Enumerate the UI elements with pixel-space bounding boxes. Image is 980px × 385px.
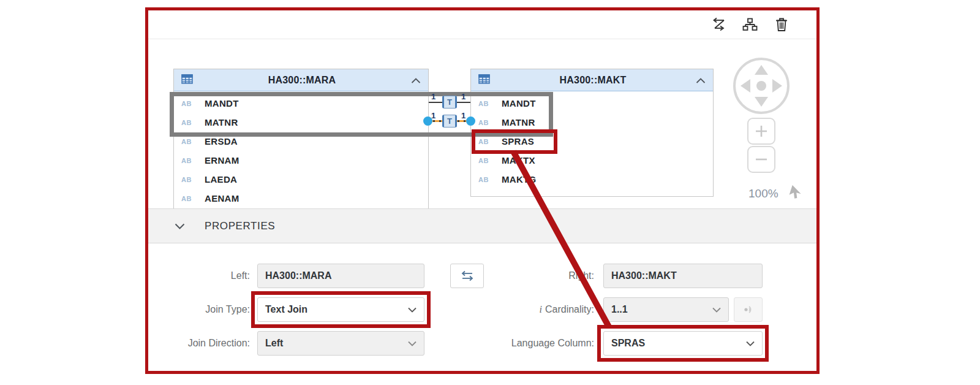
left-field: HA300::MARA (257, 264, 424, 288)
annotation-red-box-join-type (251, 291, 431, 328)
text-join-icon[interactable]: T (442, 115, 457, 128)
column-type-icon: AB (478, 157, 492, 164)
column-name: ERNAM (205, 155, 239, 166)
zoom-out-button[interactable] (747, 146, 775, 173)
propose-cardinality-button[interactable] (734, 297, 763, 322)
chevron-down-icon (712, 307, 721, 313)
zoom-level-label: 100% (748, 187, 778, 200)
cardinality-label: iCardinality: (459, 297, 594, 322)
info-icon: i (540, 304, 542, 314)
fit-to-screen-icon[interactable] (789, 185, 805, 204)
column-name: MAKTG (502, 174, 537, 185)
hierarchy-icon[interactable] (742, 17, 758, 32)
cardinality-value: 1..1 (611, 304, 628, 315)
annotation-red-box-spras (472, 129, 557, 154)
collapse-icon[interactable] (696, 75, 706, 86)
column-name: AENAM (205, 193, 239, 204)
join-cardinality-left: 1 (431, 92, 435, 101)
join-direction-dropdown[interactable]: Left (257, 331, 424, 356)
table-icon (181, 74, 193, 86)
column-type-icon: AB (478, 176, 492, 183)
join-direction-label: Join Direction: (152, 331, 250, 356)
language-column-label: Language Column: (459, 331, 594, 356)
column-type-icon: AB (181, 138, 195, 145)
right-field-value: HA300::MAKT (611, 270, 677, 281)
table-node-mara[interactable]: HA300::MARA AB MANDT AB MATNR AB ERSDA A… (173, 69, 429, 209)
collapse-properties-icon[interactable] (175, 223, 185, 229)
table-node-makt-header[interactable]: HA300::MAKT (471, 69, 713, 91)
join-endpoint-dot[interactable] (466, 116, 475, 126)
annotation-red-box-language-column (597, 325, 769, 362)
properties-header[interactable]: PROPERTIES (148, 208, 816, 243)
table-row[interactable]: AB LAEDA (174, 170, 428, 189)
join-editor-frame: HA300::MARA AB MANDT AB MATNR AB ERSDA A… (145, 7, 820, 374)
table-title: HA300::MAKT (496, 75, 690, 86)
column-name: LAEDA (205, 174, 237, 185)
cardinality-dropdown[interactable]: 1..1 (603, 297, 729, 322)
right-field: HA300::MAKT (603, 264, 763, 288)
zoom-in-button[interactable] (747, 118, 775, 145)
join-cardinality-right: 1 (461, 111, 466, 120)
table-row[interactable]: AB AENAM (174, 189, 428, 208)
column-type-icon: AB (181, 157, 195, 164)
join-type-label: Join Type: (152, 297, 250, 322)
join-direction-value: Left (265, 338, 283, 349)
properties-title: PROPERTIES (205, 220, 275, 232)
column-type-icon: AB (181, 195, 195, 202)
table-title: HA300::MARA (199, 75, 405, 86)
left-field-label: Left: (152, 264, 250, 288)
column-name: ERSDA (205, 136, 238, 147)
auto-layout-icon[interactable] (710, 17, 726, 32)
delete-icon[interactable] (774, 17, 790, 32)
join-cardinality-right: 1 (461, 92, 466, 101)
collapse-icon[interactable] (411, 75, 421, 86)
left-field-value: HA300::MARA (265, 270, 331, 281)
table-row[interactable]: AB ERNAM (174, 151, 428, 170)
text-join-icon[interactable]: T (442, 96, 457, 109)
chevron-down-icon (408, 341, 417, 346)
join-cardinality-left: 1 (431, 111, 435, 120)
table-row[interactable]: AB MAKTG (471, 170, 713, 189)
column-name: MAKTX (502, 155, 535, 166)
right-field-label: Right: (459, 264, 594, 288)
column-type-icon: AB (181, 176, 195, 183)
pan-compass[interactable] (732, 56, 791, 118)
table-icon (478, 74, 490, 86)
table-node-mara-header[interactable]: HA300::MARA (174, 69, 428, 91)
diagram-toolbar (148, 10, 816, 39)
